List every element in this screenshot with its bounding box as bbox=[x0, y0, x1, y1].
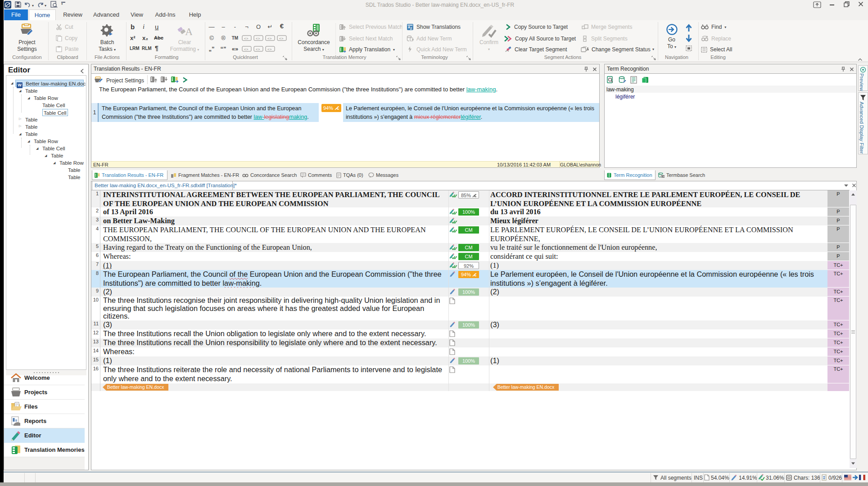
svg-text:<>: <> bbox=[256, 47, 260, 51]
svg-text:<>: <> bbox=[244, 47, 249, 51]
svg-text:Z: Z bbox=[410, 27, 412, 30]
svg-text:<>: <> bbox=[256, 36, 260, 40]
svg-text:<>: <> bbox=[267, 47, 272, 51]
svg-text:A: A bbox=[185, 26, 192, 37]
svg-text:<>: <> bbox=[244, 36, 249, 40]
svg-text:<>: <> bbox=[267, 36, 272, 40]
svg-text:<>: <> bbox=[279, 36, 284, 40]
